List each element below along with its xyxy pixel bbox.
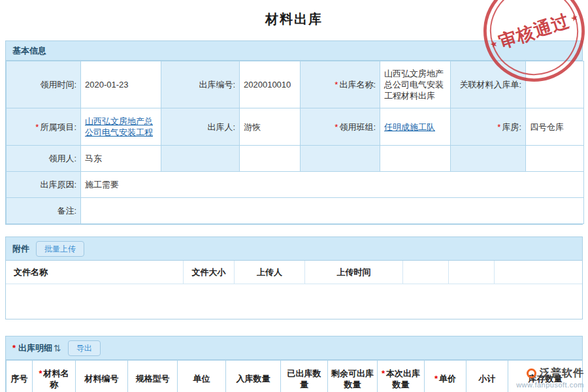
outbound-name-value: 山西弘文房地产总公司电气安装工程材料出库 [380, 61, 451, 108]
issuer-label: 出库人: [161, 108, 240, 146]
col-upload-time: 上传时间 [305, 261, 403, 284]
outbound-no-label-text: 出库编号: [199, 80, 235, 90]
warehouse-value: 四号仓库 [526, 108, 584, 146]
empty-cell [301, 146, 380, 172]
vendor-brand: 泛普软件 [540, 367, 584, 380]
col-spec-model: 规格型号 [128, 361, 178, 392]
col-subtotal: 小计 [466, 361, 508, 392]
basic-info-section: 基本信息 领用时间: 2020-01-23 出库编号: 2020010010 *… [5, 41, 583, 225]
outbound-no-label: 出库编号: [161, 61, 240, 108]
remark-label: 备注: [7, 198, 81, 224]
col-current-issue-qty-text: 本次出库数量 [386, 368, 420, 389]
col-seq-no: 序号 [7, 361, 33, 392]
vendor-logo-icon [527, 368, 536, 378]
remark-value [81, 198, 584, 224]
project-label: *所属项目: [7, 108, 81, 146]
outbound-details-title: 出库明细 [18, 342, 52, 354]
recipient-label: 领用人: [7, 146, 81, 172]
col-unit-price-text: 单价 [439, 374, 456, 384]
col-unit: 单位 [178, 361, 226, 392]
col-material-no: 材料编号 [76, 361, 128, 392]
recipient-value: 马东 [81, 146, 161, 172]
col-uploader: 上传人 [235, 261, 305, 284]
col-unit-price: *单价 [425, 361, 466, 392]
col-inbound-qty: 入库数量 [226, 361, 281, 392]
col-remaining-qty: 剩余可出库数量 [328, 361, 378, 392]
requisition-time-label: 领用时间: [7, 61, 81, 108]
required-asterisk: * [335, 80, 338, 90]
project-link[interactable]: 山西弘文房地产总公司电气安装工程 [85, 116, 153, 137]
empty-cell [526, 146, 584, 172]
required-asterisk: * [382, 368, 385, 378]
batch-upload-button[interactable]: 批量上传 [36, 241, 84, 257]
outbound-details-table: 序号 *材料名称 材料编号 规格型号 单位 入库数量 已出库数量 剩余可出库数量… [6, 360, 583, 392]
col-material-name-text: 材料名称 [44, 368, 69, 389]
related-inbound-label-text: 关联材料入库单: [459, 80, 521, 90]
required-asterisk: * [12, 343, 16, 353]
vendor-watermark: 泛普软件 www.fanpusoft.com [516, 367, 584, 389]
col-file-name: 文件名称 [6, 261, 184, 284]
remark-label-text: 备注: [57, 206, 76, 216]
col-current-issue-qty: *本次出库数量 [378, 361, 425, 392]
outbound-details-section: * 出库明细 ⇅ 导出 序号 *材料名称 材料编号 规格型号 单位 入库数量 已… [5, 336, 583, 392]
attachments-table-header: 文件名称 文件大小 上传人 上传时间 [6, 261, 582, 284]
outbound-name-label: *出库名称: [301, 61, 380, 108]
required-asterisk: * [35, 122, 39, 132]
export-button[interactable]: 导出 [68, 340, 101, 356]
outbound-no-value: 2020010010 [240, 61, 301, 108]
basic-info-table: 领用时间: 2020-01-23 出库编号: 2020010010 *出库名称:… [6, 61, 584, 224]
team-label: *领用班组: [301, 108, 380, 146]
empty-cell [161, 146, 240, 172]
col-empty [403, 261, 449, 284]
attachments-header-bar: 附件 批量上传 [6, 237, 582, 261]
col-empty [449, 261, 495, 284]
outbound-details-header-bar: * 出库明细 ⇅ 导出 [6, 336, 582, 360]
reason-value: 施工需要 [81, 172, 584, 198]
issuer-label-text: 出库人: [207, 122, 235, 132]
col-material-name: *材料名称 [33, 361, 76, 392]
warehouse-label: *库房: [451, 108, 526, 146]
related-inbound-value [526, 61, 584, 108]
requisition-time-label-text: 领用时间: [40, 80, 76, 90]
reason-label: 出库原因: [7, 172, 81, 198]
col-file-size: 文件大小 [184, 261, 235, 284]
required-asterisk: * [434, 374, 438, 384]
requisition-time-value: 2020-01-23 [81, 61, 161, 108]
warehouse-label-text: 库房: [502, 122, 521, 132]
issuer-value: 游恢 [240, 108, 301, 146]
outbound-name-label-text: 出库名称: [339, 80, 376, 90]
page-title: 材料出库 [0, 10, 588, 28]
project-value: 山西弘文房地产总公司电气安装工程 [81, 108, 161, 146]
empty-cell [380, 146, 451, 172]
col-empty [495, 261, 582, 284]
required-asterisk: * [39, 368, 42, 378]
basic-info-header-bar: 基本信息 [6, 41, 582, 61]
attachments-section: 附件 批量上传 文件名称 文件大小 上传人 上传时间 [5, 237, 583, 319]
team-link[interactable]: 任明成施工队 [384, 122, 435, 132]
empty-cell [240, 146, 301, 172]
col-issued-qty: 已出库数量 [281, 361, 328, 392]
vendor-url: www.fanpusoft.com [516, 381, 584, 389]
team-value: 任明成施工队 [380, 108, 451, 146]
sort-icon[interactable]: ⇅ [54, 343, 61, 353]
attachments-empty-body [6, 284, 582, 319]
required-asterisk: * [335, 122, 338, 132]
empty-cell [451, 146, 526, 172]
recipient-label-text: 领用人: [48, 154, 76, 163]
related-inbound-label: 关联材料入库单: [451, 61, 526, 108]
basic-info-title: 基本信息 [12, 45, 46, 57]
attachments-title: 附件 [12, 243, 29, 255]
project-label-text: 所属项目: [40, 122, 76, 132]
required-asterisk: * [497, 122, 500, 132]
reason-label-text: 出库原因: [40, 180, 76, 189]
team-label-text: 领用班组: [339, 122, 376, 132]
